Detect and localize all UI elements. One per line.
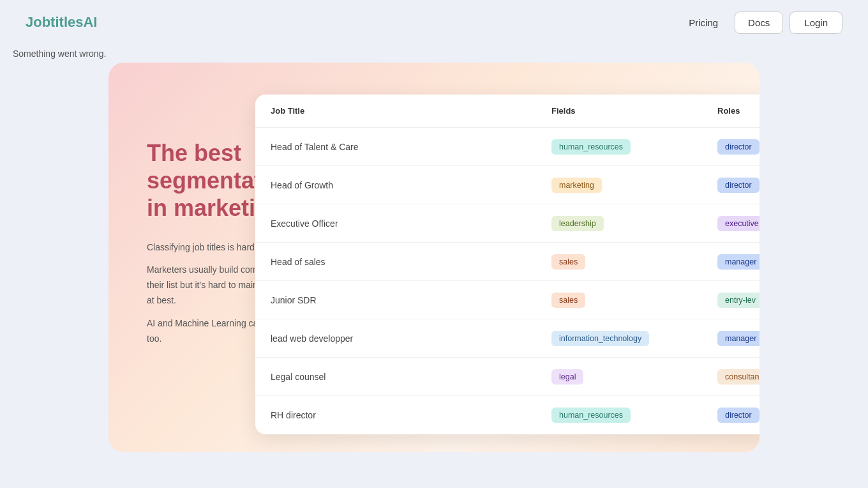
- cell-field: legal: [536, 360, 702, 393]
- cell-job-title: Legal counsel: [255, 363, 536, 391]
- role-tag: executive: [717, 216, 760, 231]
- table-row: Head of Talent & Care human_resources di…: [255, 128, 760, 166]
- table-card: Job Title Fields Roles Head of Talent & …: [255, 95, 760, 434]
- cell-role: entry-lev: [702, 284, 760, 317]
- field-tag: leadership: [551, 216, 604, 231]
- cell-role: director: [702, 169, 760, 202]
- field-tag: sales: [551, 293, 585, 308]
- cell-field: human_resources: [536, 399, 702, 432]
- table-header: Job Title Fields Roles: [255, 95, 760, 128]
- cell-field: sales: [536, 284, 702, 317]
- nav-docs-button[interactable]: Docs: [735, 11, 783, 34]
- cell-role: manager: [702, 245, 760, 278]
- logo-text: JobtitlesAI: [26, 14, 97, 30]
- role-tag: director: [717, 178, 760, 193]
- cell-role: director: [702, 130, 760, 164]
- cell-role: manager: [702, 322, 760, 355]
- table-body: Head of Talent & Care human_resources di…: [255, 128, 760, 434]
- nav-pricing-link[interactable]: Pricing: [678, 12, 728, 33]
- role-tag: director: [717, 139, 760, 155]
- col-roles: Roles: [702, 95, 760, 127]
- cell-field: sales: [536, 245, 702, 278]
- cell-field: marketing: [536, 169, 702, 202]
- nav-login-button[interactable]: Login: [789, 11, 842, 34]
- cell-role: executive: [702, 207, 760, 240]
- header: JobtitlesAI Pricing Docs Login: [0, 0, 868, 45]
- table-row: lead web developper information_technolo…: [255, 319, 760, 358]
- hero-section: The best segmentation in marketing Class…: [108, 63, 760, 452]
- role-tag: entry-lev: [717, 293, 760, 308]
- field-tag: human_resources: [551, 408, 631, 423]
- error-message: Something went wrong.: [13, 49, 106, 59]
- role-tag: director: [717, 408, 760, 423]
- role-tag: consultan: [717, 369, 760, 385]
- field-tag: marketing: [551, 178, 602, 193]
- cell-job-title: Junior SDR: [255, 286, 536, 314]
- table-row: RH director human_resources director: [255, 396, 760, 434]
- cell-field: human_resources: [536, 130, 702, 164]
- col-fields: Fields: [536, 95, 702, 127]
- role-tag: manager: [717, 331, 760, 346]
- table-row: Legal counsel legal consultan: [255, 358, 760, 396]
- cell-job-title: Head of Growth: [255, 171, 536, 199]
- cell-field: leadership: [536, 207, 702, 240]
- field-tag: information_technology: [551, 331, 649, 346]
- field-tag: sales: [551, 254, 585, 270]
- nav-links: Pricing Docs Login: [678, 11, 842, 34]
- table-row: Executive Officer leadership executive: [255, 204, 760, 243]
- table-row: Junior SDR sales entry-lev: [255, 281, 760, 319]
- cell-job-title: lead web developper: [255, 324, 536, 353]
- role-tag: manager: [717, 254, 760, 270]
- cell-job-title: Head of Talent & Care: [255, 133, 536, 161]
- cell-job-title: Head of sales: [255, 248, 536, 276]
- field-tag: human_resources: [551, 139, 631, 155]
- table-row: Head of sales sales manager: [255, 243, 760, 281]
- cell-job-title: RH director: [255, 401, 536, 429]
- col-job-title: Job Title: [255, 95, 536, 127]
- error-bar: Something went wrong.: [0, 45, 868, 63]
- cell-role: consultan: [702, 360, 760, 393]
- cell-job-title: Executive Officer: [255, 210, 536, 238]
- logo: JobtitlesAI: [26, 14, 97, 31]
- cell-field: information_technology: [536, 322, 702, 355]
- field-tag: legal: [551, 369, 583, 385]
- cell-role: director: [702, 399, 760, 432]
- table-row: Head of Growth marketing director: [255, 166, 760, 204]
